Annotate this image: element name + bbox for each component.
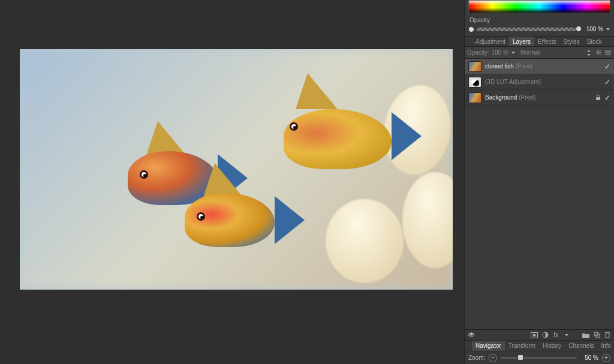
layer-row[interactable]: Background (Pixel) ✓ [465, 90, 614, 106]
panel-menu-icon[interactable] [604, 49, 612, 56]
merge-icon[interactable] [592, 331, 601, 339]
visibility-check-icon[interactable]: ✓ [604, 78, 610, 86]
layer-stack-icon[interactable] [467, 331, 475, 339]
tab-stock[interactable]: Stock [583, 37, 606, 46]
navigator-zoom-bar: Zoom: − 50 % + [465, 351, 614, 364]
layer-opacity-dropdown-icon[interactable] [511, 50, 516, 55]
layer-options-bar: Opacity: 100 % Normal [465, 47, 614, 59]
panel-grip-icon[interactable]: ⋮⋮ [467, 345, 472, 347]
tab-styles[interactable]: Styles [559, 37, 583, 46]
layer-name[interactable]: cloned fish (Pixel) [485, 63, 532, 70]
zoom-slider[interactable] [501, 357, 577, 359]
trash-icon[interactable] [603, 331, 612, 339]
document-canvas[interactable] [20, 49, 453, 290]
layer-thumbnail[interactable] [468, 77, 481, 88]
opacity-label: Opacity [465, 16, 614, 25]
svg-point-3 [533, 333, 536, 336]
layer-name[interactable]: (3D LUT Adjustment) [485, 79, 541, 85]
layer-row[interactable]: (3D LUT Adjustment) ✓ [465, 74, 614, 90]
fx-icon[interactable]: fx [552, 331, 560, 339]
layer-footer-bar: fx [465, 329, 614, 340]
opacity-slider[interactable] [477, 28, 580, 31]
group-folder-icon[interactable] [582, 331, 590, 339]
adjustment-icon[interactable] [541, 331, 549, 339]
layer-name[interactable]: Background (Pixel) [485, 94, 536, 101]
tab-channels[interactable]: Channels [565, 341, 597, 351]
fx-dropdown-icon[interactable] [562, 331, 571, 339]
tab-effects[interactable]: Effects [534, 37, 559, 46]
visibility-check-icon[interactable]: ✓ [604, 62, 610, 71]
opacity-dropdown-icon[interactable] [606, 27, 610, 32]
layer-thumbnail[interactable] [468, 61, 481, 72]
tab-info[interactable]: Info [597, 341, 614, 351]
opacity-value[interactable]: 100 % [583, 26, 603, 32]
opacity-start-knob[interactable] [468, 26, 474, 32]
shell-disc [326, 199, 404, 283]
mask-icon[interactable] [530, 331, 538, 339]
visibility-check-icon[interactable]: ✓ [604, 94, 610, 102]
zoom-label: Zoom: [468, 354, 485, 361]
zoom-in-button[interactable]: + [602, 354, 610, 362]
layer-row[interactable]: cloned fish (Pixel) ✓ [465, 59, 614, 74]
tab-navigator[interactable]: Navigator [472, 341, 505, 351]
layer-opacity-value[interactable]: 100 % [492, 49, 508, 56]
panel-grip-icon[interactable]: ⋮⋮ [467, 40, 472, 43]
svg-point-0 [597, 52, 600, 54]
layer-settings-gear-icon[interactable] [595, 49, 602, 56]
canvas-workspace[interactable] [0, 0, 464, 364]
blend-mode-stepper-icon[interactable] [585, 49, 592, 56]
layer-list[interactable]: cloned fish (Pixel) ✓ (3D LUT Adjustment… [465, 59, 614, 329]
layer-opacity-label: Opacity: [467, 49, 489, 56]
zoom-out-button[interactable]: − [489, 354, 497, 362]
fish-figure [155, 163, 311, 265]
right-studio-panel: Opacity 100 % ⋮⋮ Adjustment Layers Effec… [464, 0, 614, 364]
tab-adjustment[interactable]: Adjustment [472, 37, 509, 46]
tab-transform[interactable]: Transform [505, 341, 539, 351]
navigator-tabs: ⋮⋮ Navigator Transform History Channels … [465, 340, 614, 351]
blend-mode-select[interactable]: Normal [518, 49, 583, 56]
tab-history[interactable]: History [539, 341, 565, 351]
lock-icon[interactable] [595, 95, 601, 101]
svg-rect-1 [596, 97, 600, 100]
zoom-slider-handle[interactable] [517, 354, 523, 360]
studio-tabs: ⋮⋮ Adjustment Layers Effects Styles Stoc… [465, 36, 614, 47]
zoom-value[interactable]: 50 % [580, 354, 598, 361]
opacity-slider-handle[interactable] [576, 26, 582, 32]
color-spectrum-picker[interactable] [468, 0, 610, 13]
layer-thumbnail[interactable] [468, 92, 481, 103]
tab-layers[interactable]: Layers [509, 37, 534, 46]
